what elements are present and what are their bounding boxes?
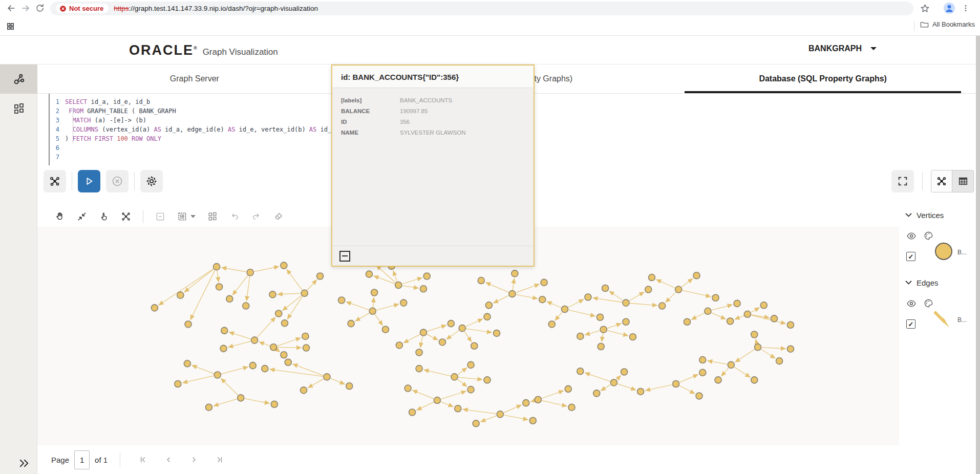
graph-node[interactable] [420,329,427,336]
graph-node[interactable] [404,385,411,392]
graph-node[interactable] [459,325,465,332]
graph-edge[interactable] [555,312,562,321]
graph-node[interactable] [396,342,402,349]
graph-node[interactable] [467,361,474,368]
graph-node[interactable] [448,320,454,327]
graph-edge[interactable] [485,283,508,292]
graph-node[interactable] [512,270,518,277]
graph-node[interactable] [623,318,629,325]
graph-node[interactable] [249,362,256,369]
graph-edge[interactable] [287,296,302,319]
collapse-popup-button[interactable] [339,251,350,262]
graph-node[interactable] [455,405,461,412]
graph-node[interactable] [275,310,282,317]
graph-edge[interactable] [616,375,621,380]
sidebar-item-dashboards[interactable] [0,94,37,123]
graph-node[interactable] [699,357,706,363]
graph-edge[interactable] [441,402,454,407]
graph-node[interactable] [317,273,324,279]
graph-node[interactable] [509,291,516,297]
graph-node[interactable] [598,343,604,350]
graph-node[interactable] [548,321,555,328]
graph-node[interactable] [675,286,682,293]
graph-node[interactable] [439,339,446,346]
graph-node[interactable] [382,326,389,333]
graph-node[interactable] [610,379,617,386]
expand-node-icon[interactable] [121,211,131,222]
graph-node[interactable] [744,311,751,317]
vertex-swatch[interactable] [935,243,952,260]
run-query-button[interactable] [78,170,100,192]
graph-node[interactable] [648,274,655,281]
graph-edge[interactable] [214,399,237,406]
graph-edge[interactable] [585,331,600,335]
graph-edge[interactable] [420,336,423,348]
graph-edge[interactable] [374,276,395,284]
graph-node[interactable] [494,330,500,336]
redo-icon[interactable] [251,211,262,222]
graph-node[interactable] [484,313,491,320]
graph-node[interactable] [497,411,503,418]
graph-node[interactable] [371,289,378,296]
visibility-eye-icon[interactable] [906,299,917,308]
graph-edge[interactable] [402,286,419,288]
graph-edge[interactable] [402,277,422,284]
graph-node[interactable] [471,342,478,349]
graph-edge[interactable] [277,338,301,346]
graph-node[interactable] [645,286,652,293]
graph-edge[interactable] [630,303,657,306]
graph-node[interactable] [771,315,777,322]
graph-node[interactable] [270,344,277,351]
graph-edge[interactable] [232,275,248,295]
bookmark-star-icon[interactable] [919,2,931,14]
graph-edge[interactable] [427,325,446,331]
graph-edge[interactable] [679,385,695,394]
fit-to-screen-icon[interactable] [77,211,87,222]
graph-edge[interactable] [761,349,775,358]
graph-node[interactable] [282,320,288,327]
graph-edge[interactable] [681,278,693,287]
graph-node[interactable] [728,361,734,368]
graph-node[interactable] [369,308,376,314]
graph-edge[interactable] [530,401,534,402]
graph-node[interactable] [269,291,276,298]
graph-edge[interactable] [756,339,757,343]
graph-node[interactable] [243,303,249,309]
graph-edge[interactable] [307,280,317,291]
graph-node[interactable] [561,306,568,312]
graph-node[interactable] [467,386,474,393]
vertex-visibility-checkbox[interactable]: ✓ [906,252,915,261]
graph-node[interactable] [523,400,529,406]
graph-edge[interactable] [403,334,420,343]
graph-node[interactable] [602,285,609,291]
page-input[interactable] [74,450,90,469]
graph-view-button[interactable] [931,170,952,192]
graph-edge[interactable] [516,284,539,292]
fullscreen-button[interactable] [891,170,914,192]
graph-node[interactable] [324,374,330,380]
graph-node[interactable] [281,262,287,269]
visibility-eye-icon[interactable] [906,232,917,240]
graph-node[interactable] [787,346,794,352]
graph-node[interactable] [637,388,644,395]
graph-node[interactable] [423,273,430,279]
graph-node[interactable] [348,320,354,327]
graph-node[interactable] [484,377,491,383]
graph-edge[interactable] [458,379,467,386]
graph-node[interactable] [727,318,734,325]
graph-node[interactable] [754,344,761,351]
eraser-icon[interactable] [273,211,284,222]
graph-node[interactable] [185,321,191,328]
graph-edge[interactable] [217,271,219,282]
graph-node[interactable] [568,404,575,411]
graph-node[interactable] [285,359,291,365]
edge-swatch[interactable] [932,309,952,331]
graph-edge[interactable] [412,390,433,399]
graph-node[interactable] [281,352,287,358]
graph-edge[interactable] [192,365,214,374]
graph-edge[interactable] [708,361,728,364]
graph-node[interactable] [346,383,353,390]
graph-node[interactable] [151,305,158,311]
url-bar[interactable]: Not secure https://graph.test.141.147.33… [50,2,913,15]
graph-edge[interactable] [666,292,676,303]
